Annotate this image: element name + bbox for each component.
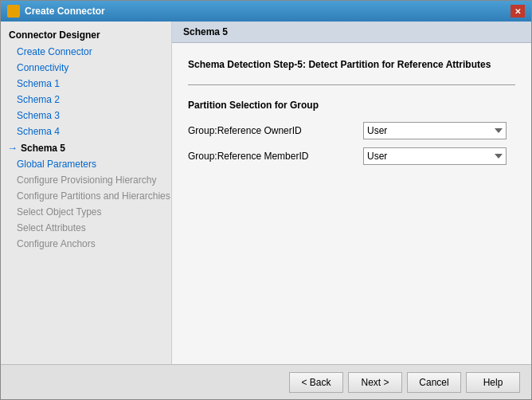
sidebar-item-select-attributes: Select Attributes: [1, 220, 171, 236]
app-icon: [7, 5, 20, 18]
sidebar: Connector Designer Create Connector Conn…: [1, 22, 172, 364]
content-area: Connector Designer Create Connector Conn…: [1, 22, 531, 364]
back-button[interactable]: < Back: [289, 372, 343, 393]
member-id-select[interactable]: User: [363, 147, 507, 165]
main-window: Create Connector ✕ Connector Designer Cr…: [0, 0, 532, 400]
owner-id-select[interactable]: User: [363, 122, 507, 139]
main-content: Schema Detection Step-5: Detect Partitio…: [172, 43, 531, 364]
help-button[interactable]: Help: [466, 372, 520, 393]
sidebar-item-schema-3[interactable]: Schema 3: [1, 108, 171, 124]
main-panel: Schema 5 Schema Detection Step-5: Detect…: [172, 22, 531, 364]
title-bar-left: Create Connector: [7, 5, 105, 18]
sidebar-header: Connector Designer: [1, 26, 171, 44]
owner-id-label: Group:Reference OwnerID: [188, 125, 347, 136]
bottom-bar: < Back Next > Cancel Help: [1, 364, 531, 399]
sidebar-item-schema-4[interactable]: Schema 4: [1, 124, 171, 139]
step-description-text: Detect Partition for Reference Attribute…: [308, 59, 491, 70]
form-row-member: Group:Reference MemberID User: [188, 147, 515, 165]
close-button[interactable]: ✕: [510, 5, 525, 18]
next-button[interactable]: Next >: [348, 372, 402, 393]
cancel-button[interactable]: Cancel: [407, 372, 461, 393]
sidebar-item-configure-anchors: Configure Anchors: [1, 236, 171, 252]
window-title: Create Connector: [25, 6, 105, 17]
sidebar-item-schema-5[interactable]: → Schema 5: [1, 139, 171, 156]
sidebar-item-select-object-types: Select Object Types: [1, 204, 171, 220]
sidebar-item-schema-2[interactable]: Schema 2: [1, 92, 171, 108]
title-bar: Create Connector ✕: [1, 1, 531, 22]
section-title: Partition Selection for Group: [188, 100, 515, 111]
form-row-owner: Group:Reference OwnerID User: [188, 122, 515, 139]
sidebar-item-configure-provisioning-hierarchy: Configure Provisioning Hierarchy: [1, 172, 171, 188]
sidebar-item-connectivity[interactable]: Connectivity: [1, 60, 171, 76]
sidebar-item-global-parameters[interactable]: Global Parameters: [1, 156, 171, 172]
member-id-label: Group:Reference MemberID: [188, 151, 347, 162]
step-prefix: Schema Detection Step-5:: [188, 59, 306, 70]
step-description: Schema Detection Step-5: Detect Partitio…: [188, 59, 515, 70]
divider: [188, 84, 515, 85]
sidebar-item-create-connector[interactable]: Create Connector: [1, 44, 171, 60]
sidebar-item-configure-partitions-hierarchies: Configure Partitions and Hierarchies: [1, 188, 171, 204]
active-arrow-icon: →: [7, 142, 18, 154]
main-panel-header: Schema 5: [172, 22, 531, 43]
sidebar-item-schema-1[interactable]: Schema 1: [1, 76, 171, 92]
